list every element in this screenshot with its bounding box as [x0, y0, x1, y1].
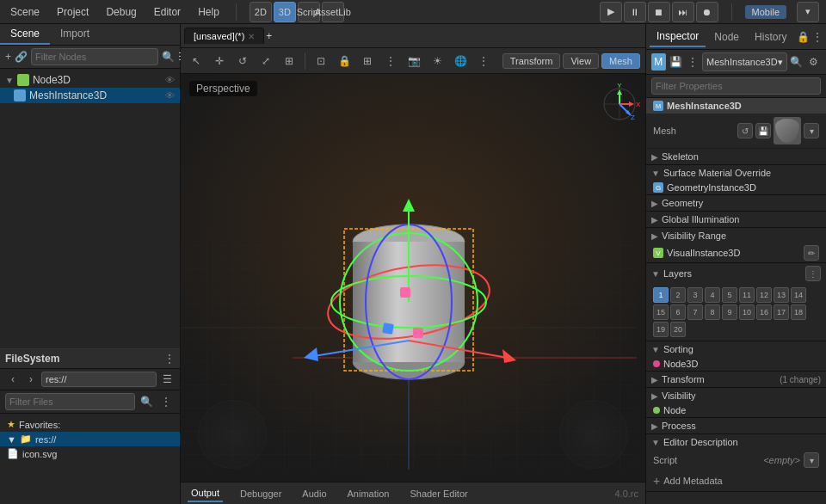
insp-settings-button[interactable]: ⚙	[806, 53, 821, 71]
insp-lock-button[interactable]: 🔒	[797, 28, 810, 46]
menu-project[interactable]: Project	[53, 4, 92, 20]
viewport-canvas[interactable]: Y X Z Perspective	[181, 74, 645, 482]
viewport-tab-close[interactable]: ✕	[248, 32, 255, 41]
tool-select-button[interactable]: ↖	[186, 52, 206, 71]
layer-16[interactable]: 16	[756, 304, 772, 320]
layer-15[interactable]: 15	[653, 304, 669, 320]
fs-filter-input[interactable]	[5, 393, 135, 410]
layer-11[interactable]: 11	[739, 287, 755, 303]
scene-filter-input[interactable]	[31, 48, 158, 65]
layer-13[interactable]: 13	[774, 287, 789, 303]
record-button[interactable]: ⏺	[696, 2, 718, 22]
layer-6[interactable]: 6	[670, 304, 686, 320]
node3d-visibility[interactable]: 👁	[165, 75, 175, 85]
transform-header[interactable]: ▶ Transform (1 change)	[646, 372, 826, 387]
tab-animation[interactable]: Animation	[344, 486, 393, 501]
layer-8[interactable]: 8	[705, 304, 720, 320]
platform-badge[interactable]: Mobile	[745, 5, 786, 19]
tab-shader-editor[interactable]: Shader Editor	[406, 486, 471, 501]
menu-help[interactable]: Help	[194, 4, 223, 20]
surface-override-header[interactable]: ▼ Surface Material Override	[646, 165, 826, 181]
gi-header[interactable]: ▶ Global Illumination	[646, 212, 826, 227]
layer-19[interactable]: 19	[653, 322, 669, 337]
layer-10[interactable]: 10	[739, 304, 755, 320]
editor-desc-header[interactable]: ▼ Editor Description	[646, 434, 826, 450]
fs-back-button[interactable]: ‹	[5, 372, 21, 387]
tool-rotate-button[interactable]: ↺	[232, 52, 253, 71]
menu-scene[interactable]: Scene	[7, 4, 43, 20]
tab-inspector[interactable]: Inspector	[650, 27, 706, 47]
layer-20[interactable]: 20	[670, 322, 686, 337]
fs-more-button[interactable]: ⋮	[157, 393, 175, 410]
tab-history[interactable]: History	[748, 28, 793, 46]
skeleton-header[interactable]: ▶ Skeleton	[646, 149, 826, 164]
fs-forward-button[interactable]: ›	[23, 372, 39, 387]
layer-17[interactable]: 17	[774, 304, 789, 320]
mesh-reset-button[interactable]: ↺	[737, 123, 753, 138]
fs-view-button[interactable]: ☰	[159, 372, 175, 387]
viewport-add-tab[interactable]: +	[266, 30, 272, 42]
fs-item-icon[interactable]: 📄 icon.svg	[0, 446, 180, 461]
fs-item-res[interactable]: ▼ 📁 res://	[0, 432, 180, 446]
layer-5[interactable]: 5	[722, 287, 737, 303]
tree-node-node3d[interactable]: ▼ Node3D 👁	[0, 72, 180, 88]
mode-2d-button[interactable]: 2D	[250, 2, 272, 22]
sun-btn[interactable]: ☀	[427, 52, 447, 71]
insp-more-button[interactable]: ⋮	[685, 53, 700, 71]
tool-transform-button[interactable]: ⊞	[279, 52, 299, 71]
view-badge[interactable]: View	[563, 53, 599, 69]
layer-12[interactable]: 12	[756, 287, 772, 303]
tab-scene[interactable]: Scene	[0, 24, 50, 45]
visibility-header[interactable]: ▶ Visibility	[646, 388, 826, 403]
node-type-selector[interactable]: MeshInstance3D ▾	[702, 52, 787, 71]
layer-4[interactable]: 4	[705, 287, 720, 303]
mode-3d-button[interactable]: 3D	[274, 2, 296, 22]
pause-button[interactable]: ⏸	[624, 2, 646, 22]
script-dropdown-button[interactable]: ▾	[804, 452, 819, 468]
tab-node[interactable]: Node	[707, 28, 746, 46]
layers-more-button[interactable]: ⋮	[805, 266, 821, 281]
more-options-button[interactable]: ▾	[797, 2, 819, 22]
more-vp-btn[interactable]: ⋮	[473, 52, 494, 71]
scene-search-button[interactable]: 🔍	[162, 48, 175, 65]
snap-button[interactable]: ⊡	[311, 52, 331, 71]
layer-7[interactable]: 7	[687, 304, 703, 320]
geometry-header[interactable]: ▶ Geometry	[646, 195, 826, 211]
mesh-save-button[interactable]: 💾	[755, 123, 771, 138]
vis-range-header[interactable]: ▶ Visibility Range	[646, 228, 826, 243]
insp-icon-button[interactable]: M	[651, 53, 666, 71]
layer-3[interactable]: 3	[687, 287, 703, 303]
layer-18[interactable]: 18	[791, 304, 806, 320]
step-button[interactable]: ⏭	[672, 2, 694, 22]
mode-assetlib-button[interactable]: AssetLib	[322, 2, 344, 22]
tab-output[interactable]: Output	[188, 485, 223, 502]
insp-save-button[interactable]: 💾	[669, 53, 683, 71]
menu-debug[interactable]: Debug	[102, 4, 139, 20]
mesh-dropdown-button[interactable]: ▾	[804, 123, 819, 138]
viewport-tab-unsaved[interactable]: [unsaved](*) ✕	[184, 28, 264, 44]
fs-search-button[interactable]: 🔍	[138, 393, 155, 410]
tool-move-button[interactable]: ✛	[209, 52, 230, 71]
tab-import[interactable]: Import	[50, 24, 100, 45]
tab-debugger[interactable]: Debugger	[237, 486, 285, 501]
add-node-button[interactable]: +	[5, 48, 11, 65]
layer-2[interactable]: 2	[670, 287, 686, 303]
play-button[interactable]: ▶	[600, 2, 622, 22]
align-button[interactable]: ⊞	[357, 52, 378, 71]
meshinstance3d-visibility[interactable]: 👁	[165, 90, 175, 101]
sorting-header[interactable]: ▼ Sorting	[646, 341, 826, 357]
tab-audio[interactable]: Audio	[299, 486, 330, 501]
fs-options-button[interactable]: ⋮	[164, 353, 175, 365]
process-header[interactable]: ▶ Process	[646, 418, 826, 433]
layer-1[interactable]: 1	[653, 287, 669, 303]
tool-scale-button[interactable]: ⤢	[256, 52, 276, 71]
visual-edit-button[interactable]: ✏	[804, 245, 819, 261]
layer-9[interactable]: 9	[722, 304, 737, 320]
transform-badge[interactable]: Transform	[502, 53, 561, 69]
camera-btn[interactable]: 📷	[404, 52, 424, 71]
insp-search-button[interactable]: 🔍	[790, 53, 804, 71]
insp-filter-input[interactable]	[651, 77, 821, 95]
layers-header[interactable]: ▼ Layers ⋮	[646, 263, 826, 284]
add-metadata-button[interactable]: + Add Metadata	[646, 470, 826, 491]
stop-button[interactable]: ⏹	[648, 2, 670, 22]
